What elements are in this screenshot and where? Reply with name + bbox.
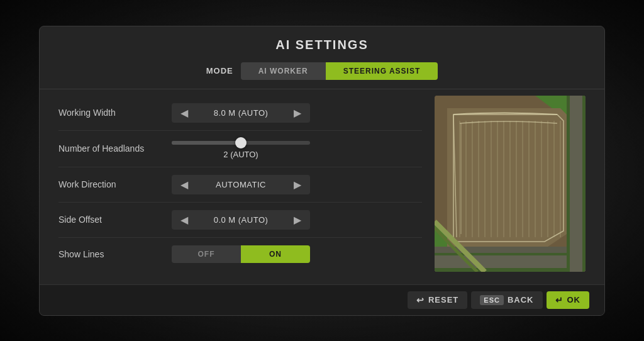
ok-label: OK — [567, 295, 581, 305]
work-direction-row: Work Direction ◀ AUTOMATIC ▶ — [58, 167, 422, 203]
tab-ai-worker[interactable]: AI WORKER — [241, 62, 326, 80]
working-width-arrow-control: ◀ 8.0 M (AUTO) ▶ — [172, 103, 310, 123]
settings-panel: Working Width ◀ 8.0 M (AUTO) ▶ Number of… — [58, 96, 422, 272]
show-lines-control: OFF ON — [172, 245, 422, 263]
working-width-value: 8.0 M (AUTO) — [191, 108, 291, 118]
reset-label: RESET — [428, 295, 458, 305]
ok-icon: ↵ — [555, 295, 564, 305]
working-width-next[interactable]: ▶ — [291, 107, 304, 119]
side-offset-value: 0.0 M (AUTO) — [191, 215, 291, 225]
dialog-title: AI SETTINGS — [40, 26, 604, 59]
reset-icon: ↩ — [416, 295, 425, 305]
headlands-label: Number of Headlands — [58, 143, 172, 154]
bottom-bar: ↩ RESET ESC BACK ↵ OK — [40, 284, 604, 315]
working-width-label: Working Width — [58, 108, 172, 118]
mode-bar: MODE AI WORKER STEERING ASSIST — [40, 59, 604, 89]
headlands-slider-thumb[interactable] — [235, 137, 247, 148]
back-label: BACK — [508, 295, 534, 305]
headlands-control: 2 (AUTO) — [172, 138, 422, 159]
content-area: Working Width ◀ 8.0 M (AUTO) ▶ Number of… — [40, 89, 604, 284]
dialog-container: AI SETTINGS MODE AI WORKER STEERING ASSI… — [39, 26, 605, 316]
work-direction-label: Work Direction — [58, 179, 172, 189]
working-width-prev[interactable]: ◀ — [178, 107, 191, 119]
reset-button[interactable]: ↩ RESET — [408, 291, 467, 309]
headlands-row: Number of Headlands 2 (AUTO) — [58, 131, 422, 167]
show-lines-toggle: OFF ON — [172, 245, 310, 263]
working-width-control: ◀ 8.0 M (AUTO) ▶ — [172, 103, 422, 123]
show-lines-on[interactable]: ON — [241, 245, 310, 263]
working-width-row: Working Width ◀ 8.0 M (AUTO) ▶ — [58, 96, 422, 131]
mode-label: MODE — [206, 66, 233, 75]
field-map-svg — [435, 96, 586, 272]
side-offset-prev[interactable]: ◀ — [178, 214, 191, 226]
side-offset-label: Side Offset — [58, 215, 172, 225]
headlands-slider-track[interactable] — [172, 141, 310, 145]
tab-steering-assist[interactable]: STEERING ASSIST — [326, 62, 438, 80]
work-direction-value: AUTOMATIC — [191, 180, 291, 189]
map-preview — [435, 96, 586, 272]
esc-key: ESC — [480, 295, 504, 305]
headlands-slider-fill — [172, 141, 241, 145]
ok-button[interactable]: ↵ OK — [547, 291, 590, 309]
svg-rect-27 — [435, 255, 567, 268]
work-direction-prev[interactable]: ◀ — [178, 179, 191, 191]
work-direction-control: ◀ AUTOMATIC ▶ — [172, 175, 422, 194]
side-offset-arrow-control: ◀ 0.0 M (AUTO) ▶ — [172, 210, 310, 230]
show-lines-row: Show Lines OFF ON — [58, 238, 422, 271]
background: AI SETTINGS MODE AI WORKER STEERING ASSI… — [0, 0, 644, 341]
side-offset-control: ◀ 0.0 M (AUTO) ▶ — [172, 210, 422, 230]
side-offset-row: Side Offset ◀ 0.0 M (AUTO) ▶ — [58, 203, 422, 238]
show-lines-label: Show Lines — [58, 249, 172, 259]
show-lines-off[interactable]: OFF — [172, 245, 241, 263]
side-offset-next[interactable]: ▶ — [291, 214, 304, 226]
headlands-value: 2 (AUTO) — [172, 150, 310, 159]
headlands-slider-group: 2 (AUTO) — [172, 138, 310, 159]
work-direction-arrow-control: ◀ AUTOMATIC ▶ — [172, 175, 310, 194]
back-button[interactable]: ESC BACK — [471, 291, 542, 309]
svg-rect-26 — [570, 96, 582, 272]
work-direction-next[interactable]: ▶ — [291, 179, 304, 191]
